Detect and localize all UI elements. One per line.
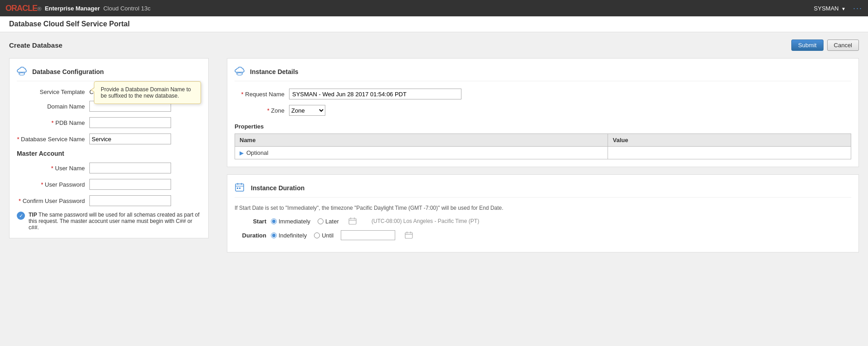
properties-container: Properties Name Value bbox=[235, 123, 851, 159]
tip-box: ✓ TIP The same password will be used for… bbox=[17, 212, 201, 231]
service-template-label: Service Template bbox=[17, 89, 89, 95]
instance-details-section: Instance Details Request Name Zone Zone … bbox=[227, 58, 859, 167]
cancel-button[interactable]: Cancel bbox=[827, 40, 859, 51]
start-row: Start Immediately Later bbox=[235, 217, 851, 226]
user-password-label: User Password bbox=[17, 181, 89, 188]
svg-point-0 bbox=[19, 73, 25, 75]
properties-table: Name Value ▶ Optional bbox=[235, 133, 851, 159]
duration-row: Duration Indefinitely Until bbox=[235, 230, 851, 240]
instance-details-icon bbox=[235, 66, 245, 77]
until-option[interactable]: Until bbox=[314, 232, 333, 239]
prop-value-header: Value bbox=[608, 134, 851, 147]
confirm-password-row: Confirm User Password bbox=[17, 195, 201, 206]
db-config-icon bbox=[17, 66, 27, 77]
instance-details-title: Instance Details bbox=[235, 66, 851, 81]
later-radio[interactable] bbox=[318, 218, 324, 224]
duration-calendar-icon bbox=[235, 182, 245, 193]
header-buttons: Submit Cancel bbox=[791, 40, 859, 51]
content-header: Create Database Submit Cancel bbox=[9, 40, 859, 51]
later-label: Later bbox=[325, 218, 339, 225]
confirm-password-label: Confirm User Password bbox=[17, 198, 89, 204]
zone-select[interactable]: Zone bbox=[289, 105, 325, 116]
user-name-label: User Name bbox=[17, 165, 89, 172]
domain-name-row: Domain Name Provide a Database Domain Na… bbox=[17, 101, 201, 112]
instance-duration-section: Instance Duration If Start Date is set t… bbox=[227, 174, 859, 252]
zone-label: Zone bbox=[235, 107, 289, 114]
indefinitely-option[interactable]: Indefinitely bbox=[271, 232, 307, 239]
page-title: Create Database bbox=[9, 41, 63, 49]
indefinitely-label: Indefinitely bbox=[279, 232, 307, 239]
page-header: Database Cloud Self Service Portal bbox=[0, 16, 868, 32]
tip-check-icon: ✓ bbox=[17, 212, 25, 220]
optional-row: ▶ Optional bbox=[235, 147, 851, 159]
duration-label: Duration bbox=[235, 232, 271, 239]
start-calendar-icon[interactable] bbox=[348, 217, 357, 226]
db-config-section: Database Configuration Service Template … bbox=[9, 58, 209, 238]
top-navigation: ORACLE® Enterprise Manager Cloud Control… bbox=[0, 0, 868, 16]
start-radio-group: Immediately Later bbox=[271, 217, 479, 226]
top-nav-left: ORACLE® Enterprise Manager Cloud Control… bbox=[5, 4, 151, 13]
oracle-logo-text: ORACLE® bbox=[5, 4, 41, 13]
content-area: Create Database Submit Cancel bbox=[0, 32, 868, 260]
right-column: Instance Details Request Name Zone Zone … bbox=[227, 58, 859, 252]
master-account-title: Master Account bbox=[17, 150, 201, 157]
domain-name-tooltip: Provide a Database Domain Name to be suf… bbox=[94, 81, 201, 104]
left-column: Database Configuration Service Template … bbox=[9, 58, 209, 252]
pdb-name-input[interactable] bbox=[89, 117, 171, 128]
user-name-input[interactable] bbox=[89, 163, 171, 173]
until-radio[interactable] bbox=[314, 232, 320, 238]
until-date-input[interactable] bbox=[341, 230, 395, 240]
db-service-name-input[interactable] bbox=[89, 133, 171, 144]
user-password-input[interactable] bbox=[89, 179, 171, 190]
svg-rect-16 bbox=[405, 232, 412, 238]
duration-note: If Start Date is set to "Immediately", t… bbox=[235, 205, 851, 211]
indefinitely-radio[interactable] bbox=[271, 232, 277, 238]
zone-row: Zone Zone bbox=[235, 105, 851, 116]
optional-label: Optional bbox=[246, 149, 268, 156]
expand-arrow-icon: ▶ bbox=[240, 150, 244, 156]
tip-text: TIP The same password will be used for a… bbox=[29, 212, 201, 231]
pdb-name-row: PDB Name bbox=[17, 117, 201, 128]
svg-rect-11 bbox=[239, 188, 240, 189]
oracle-logo: ORACLE® bbox=[5, 4, 41, 13]
instance-duration-label: Instance Duration bbox=[251, 184, 304, 192]
user-dropdown-icon: ▼ bbox=[841, 6, 846, 11]
duration-radio-group: Indefinitely Until bbox=[271, 230, 413, 240]
svg-point-3 bbox=[237, 73, 242, 75]
db-config-title: Database Configuration bbox=[17, 66, 201, 81]
duration-calendar-icon[interactable] bbox=[404, 231, 413, 240]
page-header-title: Database Cloud Self Service Portal bbox=[9, 20, 859, 28]
instance-duration-title: Instance Duration bbox=[235, 182, 851, 198]
top-nav-right: SYSMAN ▼ ··· bbox=[814, 4, 863, 13]
pdb-name-label: PDB Name bbox=[17, 119, 89, 126]
svg-rect-12 bbox=[349, 218, 356, 224]
user-menu[interactable]: SYSMAN ▼ bbox=[814, 5, 846, 12]
db-service-name-label: Database Service Name bbox=[17, 136, 89, 143]
main-two-col: Database Configuration Service Template … bbox=[9, 58, 859, 252]
svg-rect-10 bbox=[237, 188, 238, 189]
immediately-radio[interactable] bbox=[271, 218, 277, 224]
until-label: Until bbox=[322, 232, 333, 239]
domain-name-label: Domain Name bbox=[17, 103, 89, 110]
timezone-text: (UTC-08:00) Los Angeles - Pacific Time (… bbox=[372, 218, 479, 224]
request-name-input[interactable] bbox=[289, 89, 461, 99]
immediately-label: Immediately bbox=[279, 218, 310, 225]
properties-title: Properties bbox=[235, 123, 851, 130]
db-config-label: Database Configuration bbox=[32, 68, 104, 75]
request-name-label: Request Name bbox=[235, 91, 289, 98]
instance-details-label: Instance Details bbox=[250, 68, 299, 75]
dots-menu-button[interactable]: ··· bbox=[853, 4, 863, 13]
immediately-option[interactable]: Immediately bbox=[271, 218, 310, 225]
confirm-password-input[interactable] bbox=[89, 195, 171, 206]
submit-button[interactable]: Submit bbox=[791, 40, 823, 51]
later-option[interactable]: Later bbox=[318, 218, 339, 225]
db-service-name-row: Database Service Name bbox=[17, 133, 201, 144]
optional-expand[interactable]: ▶ Optional bbox=[240, 149, 603, 156]
user-name-row: User Name bbox=[17, 163, 201, 173]
user-password-row: User Password bbox=[17, 179, 201, 190]
app-title: Enterprise Manager Cloud Control 13c bbox=[45, 5, 151, 12]
request-name-row: Request Name bbox=[235, 89, 851, 99]
start-label: Start bbox=[235, 218, 271, 225]
prop-name-header: Name bbox=[235, 134, 608, 147]
